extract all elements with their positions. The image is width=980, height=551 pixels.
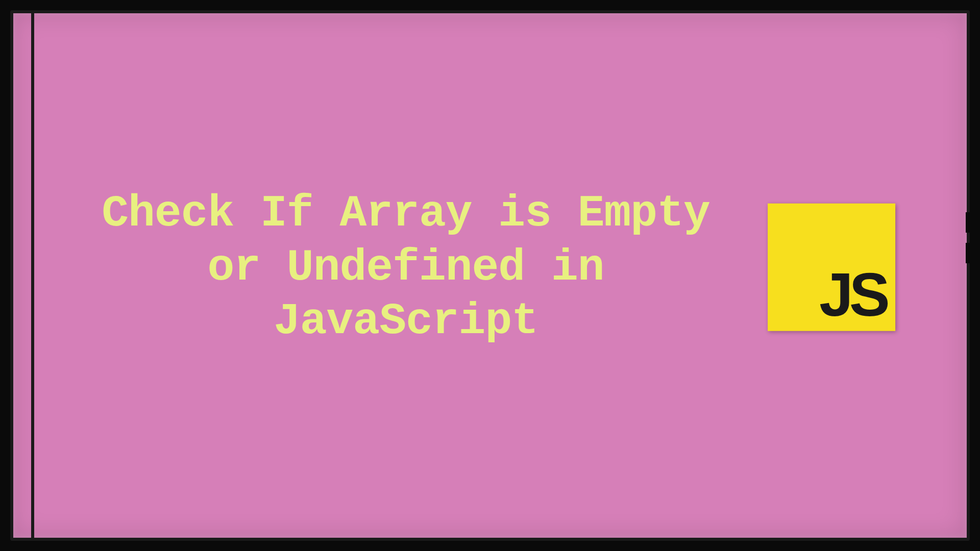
frame-edge-mark [966, 212, 970, 233]
javascript-logo-icon: JS [768, 204, 895, 331]
content-container: Check If Array is Empty or Undefined in … [85, 187, 895, 348]
thumbnail-frame: Check If Array is Empty or Undefined in … [10, 10, 970, 541]
main-title: Check If Array is Empty or Undefined in … [85, 187, 727, 348]
frame-edge-mark [966, 243, 970, 263]
javascript-logo-text: JS [819, 264, 886, 325]
